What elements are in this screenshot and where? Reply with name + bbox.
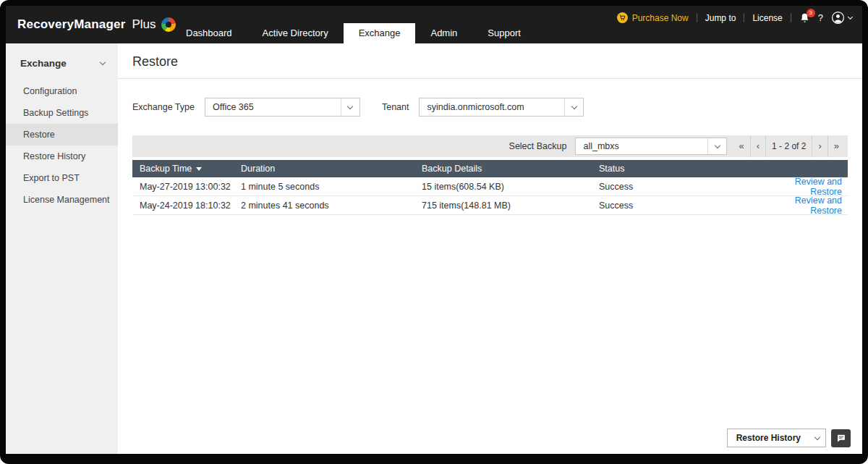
table-header-row: Backup Time Duration Backup Details Stat…: [132, 160, 848, 177]
column-backup-time[interactable]: Backup Time: [132, 164, 241, 174]
cell-status: Success: [599, 201, 765, 211]
purchase-now-button[interactable]: Purchase Now: [617, 12, 689, 23]
tab-admin[interactable]: Admin: [415, 23, 472, 43]
sidebar-item-restore-history[interactable]: Restore History: [6, 145, 118, 167]
logo-text-secondary: Plus: [132, 17, 156, 32]
divider: [697, 13, 697, 22]
exchange-type-select[interactable]: Office 365: [205, 98, 360, 117]
purchase-now-label: Purchase Now: [632, 13, 689, 23]
page-title: Restore: [132, 43, 848, 78]
first-page-button[interactable]: «: [733, 135, 749, 157]
sidebar: Exchange Configuration Backup Settings R…: [6, 43, 118, 454]
table-row: May-24-2019 18:10:32 2 minutes 41 second…: [132, 196, 848, 215]
notification-badge: 3: [807, 9, 815, 17]
column-backup-time-label: Backup Time: [140, 164, 192, 174]
divider: [744, 13, 744, 22]
cell-duration: 2 minutes 41 seconds: [241, 201, 422, 211]
column-duration[interactable]: Duration: [241, 164, 422, 174]
app-header: RecoveryManager Plus Dashboard Active Di…: [6, 6, 862, 43]
window-frame: RecoveryManager Plus Dashboard Active Di…: [0, 0, 868, 464]
tenant-value: syindia.onmicrosoft.com: [420, 102, 531, 112]
filter-row: Exchange Type Office 365 Tenant syindia.…: [132, 98, 848, 117]
pagination-label: 1 - 2 of 2: [765, 135, 812, 157]
header-utilities: Purchase Now Jump to License 3 ?: [617, 11, 852, 25]
exchange-type-value: Office 365: [205, 102, 261, 112]
restore-history-label: Restore History: [728, 433, 809, 443]
chat-icon: [836, 434, 846, 443]
sort-desc-icon: [196, 167, 202, 171]
main-content: Restore Exchange Type Office 365 Tenant …: [118, 43, 862, 454]
sidebar-section-label: Exchange: [20, 58, 67, 69]
chevron-down-icon: [809, 429, 825, 447]
divider: [118, 78, 862, 79]
cart-icon: [617, 12, 628, 23]
column-status[interactable]: Status: [599, 164, 765, 174]
notifications-button[interactable]: 3: [799, 12, 810, 24]
tab-exchange[interactable]: Exchange: [344, 23, 416, 43]
select-backup-value: all_mbxs: [576, 141, 626, 151]
license-button[interactable]: License: [752, 13, 782, 23]
logo-text-primary: RecoveryManager: [17, 17, 125, 32]
exchange-type-label: Exchange Type: [132, 102, 195, 112]
cell-status: Success: [599, 182, 765, 192]
sidebar-item-license-management[interactable]: License Management: [6, 189, 118, 211]
backups-table: Backup Time Duration Backup Details Stat…: [132, 160, 848, 215]
app-logo: RecoveryManager Plus: [17, 17, 176, 32]
column-backup-details[interactable]: Backup Details: [422, 164, 599, 174]
cell-backup-details: 15 items(608.54 KB): [422, 182, 599, 192]
app-window: RecoveryManager Plus Dashboard Active Di…: [6, 6, 862, 454]
footer-controls: Restore History: [727, 429, 851, 447]
tab-dashboard[interactable]: Dashboard: [171, 23, 247, 43]
sidebar-item-restore[interactable]: Restore: [6, 124, 118, 145]
cell-backup-time: May-24-2019 18:10:32: [132, 201, 241, 211]
account-menu-button[interactable]: [831, 11, 852, 25]
pagination: « ‹ 1 - 2 of 2 › »: [733, 135, 845, 157]
tab-support[interactable]: Support: [472, 23, 536, 43]
select-backup-label: Select Backup: [509, 141, 567, 151]
prev-page-button[interactable]: ‹: [750, 135, 765, 157]
tab-active-directory[interactable]: Active Directory: [247, 23, 344, 43]
cell-backup-details: 715 items(148.81 MB): [422, 201, 599, 211]
chevron-down-icon: [564, 98, 583, 116]
restore-history-dropdown[interactable]: Restore History: [727, 429, 826, 447]
table-row: May-27-2019 13:00:32 1 minute 5 seconds …: [132, 177, 848, 196]
cell-backup-time: May-27-2019 13:00:32: [132, 182, 241, 192]
chevron-down-icon: [100, 59, 106, 65]
sidebar-item-configuration[interactable]: Configuration: [6, 80, 118, 102]
tenant-select[interactable]: syindia.onmicrosoft.com: [419, 98, 584, 117]
sidebar-item-backup-settings[interactable]: Backup Settings: [6, 102, 118, 124]
review-and-restore-link[interactable]: Review and Restore: [795, 177, 842, 197]
main-nav: Dashboard Active Directory Exchange Admi…: [171, 23, 536, 43]
chevron-down-icon: [341, 98, 359, 116]
cell-duration: 1 minute 5 seconds: [241, 182, 422, 192]
next-page-button[interactable]: ›: [812, 135, 827, 157]
last-page-button[interactable]: »: [827, 135, 845, 157]
tenant-label: Tenant: [382, 102, 409, 112]
backup-toolbar: Select Backup all_mbxs « ‹ 1 - 2 of 2 › …: [132, 135, 848, 157]
sidebar-item-export-to-pst[interactable]: Export to PST: [6, 167, 118, 189]
help-button[interactable]: ?: [818, 12, 823, 23]
select-backup-select[interactable]: all_mbxs: [575, 138, 727, 155]
feedback-chat-button[interactable]: [831, 429, 851, 447]
chevron-down-icon: [707, 138, 726, 154]
divider: [791, 13, 791, 22]
jump-to-button[interactable]: Jump to: [705, 13, 736, 23]
chevron-down-icon: [848, 14, 853, 19]
review-and-restore-link[interactable]: Review and Restore: [795, 195, 842, 216]
sidebar-section-exchange[interactable]: Exchange: [6, 43, 118, 80]
avatar-icon: [831, 11, 845, 25]
